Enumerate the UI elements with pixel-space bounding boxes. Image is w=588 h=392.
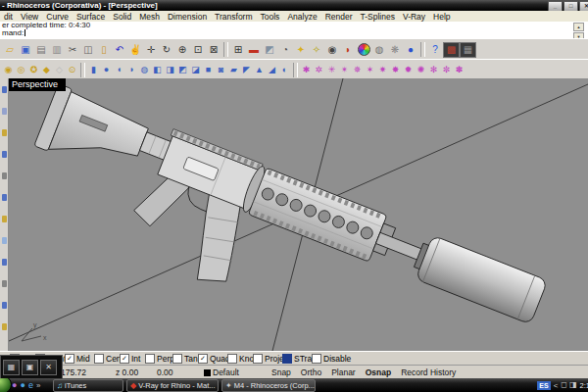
start-button[interactable] xyxy=(0,378,12,392)
paste-icon[interactable]: ▯ xyxy=(96,42,112,58)
lock-icon[interactable]: ◉ xyxy=(324,42,340,58)
gold-tool-5-icon[interactable]: ◇ xyxy=(53,62,66,77)
color-wheel-icon[interactable] xyxy=(356,42,371,58)
quicklaunch-media-player-icon[interactable]: ● xyxy=(12,381,17,390)
pan-icon[interactable]: ✌ xyxy=(127,42,143,58)
globe-icon[interactable]: ● xyxy=(403,42,418,58)
tsplines-tool-6-icon[interactable]: ✶ xyxy=(364,62,376,77)
taskbar-task-button[interactable]: ✦M4 - Rhinoceros (Corp... xyxy=(221,379,316,392)
cut-icon[interactable]: ✂ xyxy=(65,42,80,58)
osnap-checkbox[interactable] xyxy=(227,354,237,364)
floating-close-button[interactable]: ✕ xyxy=(40,360,57,375)
tsplines-tool-12-icon[interactable]: ✼ xyxy=(440,62,453,77)
solid-wedge-icon[interactable]: ◤ xyxy=(240,62,253,77)
menu-item-view[interactable]: View xyxy=(17,12,42,22)
menu-item-dimension[interactable]: Dimension xyxy=(164,12,211,22)
osnap-checkbox[interactable] xyxy=(94,354,104,364)
vray-material-editor-icon[interactable]: ▩ xyxy=(443,42,460,58)
menu-item-dit[interactable]: dit xyxy=(0,12,17,22)
gold-tool-4-icon[interactable]: ◆ xyxy=(40,62,53,77)
tsplines-tool-8-icon[interactable]: ✸ xyxy=(389,62,402,77)
vray-shell-icon[interactable]: ◗ xyxy=(340,42,356,58)
tsplines-tool-2-icon[interactable]: ✲ xyxy=(313,62,325,77)
osnap-checkbox[interactable] xyxy=(172,354,182,364)
menu-item-solid[interactable]: Solid xyxy=(109,12,135,22)
tray-chevron[interactable]: < xyxy=(554,381,559,390)
status-pane-planar[interactable]: Planar xyxy=(331,368,356,377)
command-area[interactable]: er completed time: 0:4:30 mand: ▲ ▼ xyxy=(0,22,588,39)
status-pane-osnap[interactable]: Osnap xyxy=(366,368,391,377)
osnap-toggle-mid[interactable]: ✓Mid xyxy=(65,354,90,364)
solid-slab-icon[interactable]: ◨ xyxy=(164,62,176,77)
tsplines-tool-7-icon[interactable]: ✷ xyxy=(376,62,389,77)
vray-render-options-icon[interactable]: ▦ xyxy=(460,42,476,58)
solid-intersect-icon[interactable]: ▰ xyxy=(227,62,240,77)
solid-sphere-icon[interactable]: ● xyxy=(100,62,113,77)
viewport-label[interactable]: Perspective xyxy=(8,78,66,91)
layer-pane[interactable]: Default xyxy=(204,368,239,377)
tsplines-tool-1-icon[interactable]: ✱ xyxy=(300,62,313,77)
language-indicator[interactable]: ES xyxy=(537,381,550,390)
menu-item-tools[interactable]: Tools xyxy=(257,12,284,22)
gold-tool-6-icon[interactable]: ⊙ xyxy=(66,62,78,77)
command-prompt-line[interactable]: mand: xyxy=(0,29,588,37)
solid-cylinder-icon[interactable]: ◖ xyxy=(113,62,125,77)
osnap-checkbox[interactable] xyxy=(312,354,321,364)
history-icon[interactable]: ◔ xyxy=(277,42,293,58)
osnap-toggle-disable[interactable]: Disable xyxy=(312,354,351,364)
menu-item-tsplines[interactable]: T-Splines xyxy=(357,12,399,22)
floating-grid-button[interactable]: ▦ xyxy=(3,360,20,375)
new-window-icon[interactable]: ▥ xyxy=(49,42,65,58)
quicklaunch-overflow-chevron[interactable]: » xyxy=(36,381,40,390)
gear-icon[interactable]: ❋ xyxy=(387,42,403,58)
volume-icon[interactable]: ◨ xyxy=(569,381,577,389)
taskbar-task-button[interactable]: ◆V-Ray for Rhino - Mat... xyxy=(126,379,219,392)
move-icon[interactable]: ✛ xyxy=(143,42,159,58)
render-sphere-icon[interactable]: ◍ xyxy=(371,42,387,58)
viewport-canvas[interactable]: x y xyxy=(8,78,588,351)
save-icon[interactable]: ▣ xyxy=(18,42,33,58)
menu-item-mesh[interactable]: Mesh xyxy=(135,12,164,22)
solid-cone-icon[interactable]: ◗ xyxy=(125,62,138,77)
menu-item-surface[interactable]: Surface xyxy=(73,12,109,22)
osnap-checkbox[interactable]: ✓ xyxy=(198,354,208,364)
osnap-toggle-perp[interactable]: Perp xyxy=(145,354,174,364)
quicklaunch-network-globe-icon[interactable]: ● xyxy=(20,381,24,390)
floating-panel[interactable]: ▦▣✕ xyxy=(0,355,63,380)
solid-torus-icon[interactable]: ◐ xyxy=(278,62,291,77)
perspective-viewport[interactable]: Perspective x y xyxy=(8,78,588,351)
solid-cap-icon[interactable]: ◪ xyxy=(189,62,202,77)
copy-icon[interactable]: ◫ xyxy=(80,42,96,58)
status-pane-ortho[interactable]: Ortho xyxy=(301,368,321,377)
menu-item-vray[interactable]: V-Ray xyxy=(399,12,429,22)
tsplines-tool-3-icon[interactable]: ✳ xyxy=(325,62,338,77)
title-bar[interactable]: - Rhinoceros (Corporativa) - [Perspectiv… xyxy=(0,0,588,11)
osnap-checkbox[interactable] xyxy=(253,354,263,364)
tsplines-tool-13-icon[interactable]: ✽ xyxy=(453,62,466,77)
solid-corner-icon[interactable]: ◢ xyxy=(266,62,278,77)
undo-icon[interactable]: ↶ xyxy=(112,42,127,58)
solid-pyramid-icon[interactable]: ▲ xyxy=(253,62,266,77)
osnap-toggle-quad[interactable]: ✓Quad xyxy=(198,354,230,364)
osnap-checkbox[interactable] xyxy=(145,354,155,364)
lights-icon[interactable]: ✧ xyxy=(309,42,324,58)
solid-extrude-icon[interactable]: ◩ xyxy=(176,62,189,77)
tsplines-tool-11-icon[interactable]: ✻ xyxy=(427,62,440,77)
tsplines-tool-10-icon[interactable]: ✺ xyxy=(415,62,427,77)
status-pane-snap[interactable]: Snap xyxy=(271,368,291,377)
spinner-up-button[interactable]: ▲ xyxy=(573,23,584,31)
tsplines-tool-5-icon[interactable]: ✵ xyxy=(351,62,364,77)
tsplines-tool-9-icon[interactable]: ✹ xyxy=(402,62,415,77)
osnap-checkbox[interactable] xyxy=(282,354,292,364)
clock[interactable]: 2:1 xyxy=(580,381,588,390)
shaded-view-icon[interactable]: ◩ xyxy=(262,42,277,58)
zoom-icon[interactable]: ⊕ xyxy=(174,42,190,58)
floating-window-button[interactable]: ▣ xyxy=(22,360,38,375)
solid-union-icon[interactable]: ■ xyxy=(202,62,215,77)
solid-box-icon[interactable]: ▮ xyxy=(87,62,100,77)
render-icon[interactable]: ▬ xyxy=(246,42,262,58)
rotate-view-icon[interactable]: ↻ xyxy=(159,42,174,58)
osnap-checkbox[interactable]: ✓ xyxy=(65,354,74,364)
tsplines-tool-4-icon[interactable]: ✴ xyxy=(338,62,351,77)
menu-item-analyze[interactable]: Analyze xyxy=(283,12,320,22)
